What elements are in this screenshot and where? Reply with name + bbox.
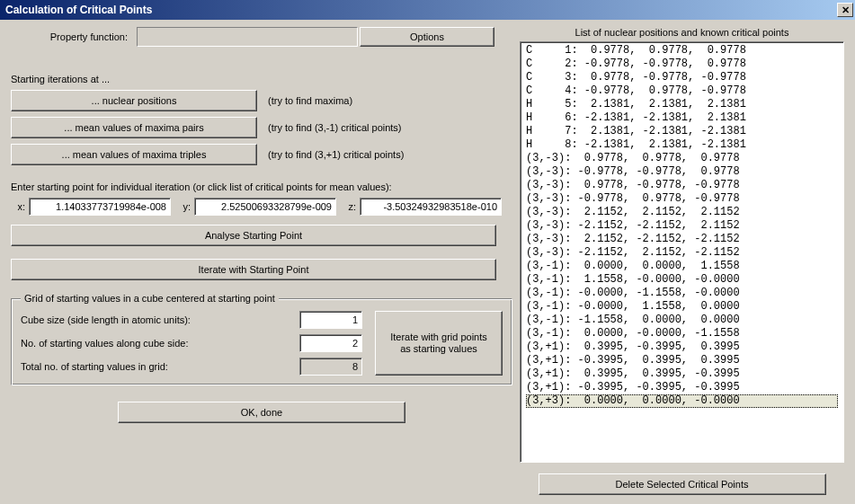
right-panel: List of nuclear positions and known crit… [520, 27, 844, 495]
z-input[interactable] [360, 198, 502, 216]
list-item[interactable]: (3,-1): -0.0000, 1.1558, 0.0000 [526, 300, 838, 314]
list-item[interactable]: (3,-3): -0.9778, 0.9778, -0.9778 [526, 192, 838, 206]
list-item[interactable]: (3,-1): 1.1558, -0.0000, -0.0000 [526, 273, 838, 287]
list-item[interactable]: C 1: 0.9778, 0.9778, 0.9778 [526, 44, 838, 57]
list-item[interactable]: (3,+3): 0.0000, 0.0000, -0.0000 [526, 394, 838, 408]
options-button[interactable]: Options [360, 27, 494, 47]
triples-hint: (try to find (3,+1) critical points) [268, 149, 404, 160]
list-item[interactable]: (3,+1): 0.3995, -0.3995, 0.3995 [526, 340, 838, 354]
starting-values-label: No. of starting values along cube side: [21, 338, 299, 349]
list-title: List of nuclear positions and known crit… [520, 27, 844, 38]
titlebar: Calculation of Critical Points ✕ [0, 0, 855, 20]
starting-values-input[interactable] [299, 334, 362, 352]
list-item[interactable]: (3,-1): 0.0000, 0.0000, 1.1558 [526, 260, 838, 273]
total-values-label: Total no. of starting values in grid: [21, 361, 299, 372]
y-label: y: [171, 201, 194, 212]
left-panel: Property function: Options Starting iter… [11, 27, 520, 495]
grid-groupbox: Grid of starting values in a cube center… [11, 293, 512, 385]
close-icon[interactable]: ✕ [837, 3, 853, 17]
x-input[interactable] [29, 198, 171, 216]
list-item[interactable]: H 8: -2.1381, 2.1381, -2.1381 [526, 138, 838, 152]
critical-points-list[interactable]: C 1: 0.9778, 0.9778, 0.9778C 2: -0.9778,… [520, 41, 844, 463]
cube-size-input[interactable] [299, 311, 362, 329]
list-item[interactable]: C 4: -0.9778, 0.9778, -0.9778 [526, 84, 838, 98]
list-item[interactable]: (3,-3): 0.9778, -0.9778, -0.9778 [526, 179, 838, 192]
starting-iterations-label: Starting iterations at ... [11, 74, 512, 84]
individual-start-label: Enter starting point for individual iter… [11, 181, 512, 192]
list-item[interactable]: (3,-1): -0.0000, -1.1558, -0.0000 [526, 287, 838, 300]
list-item[interactable]: (3,-3): -2.1152, 2.1152, -2.1152 [526, 246, 838, 260]
list-item[interactable]: (3,+1): -0.3995, -0.3995, -0.3995 [526, 381, 838, 394]
list-item[interactable]: (3,-3): -2.1152, -2.1152, 2.1152 [526, 219, 838, 233]
delete-selected-button[interactable]: Delete Selected Critical Points [539, 473, 826, 495]
z-label: z: [336, 201, 360, 212]
nuclear-positions-button[interactable]: ... nuclear positions [11, 90, 257, 111]
iterate-grid-button[interactable]: Iterate with grid points as starting val… [375, 311, 503, 376]
cube-size-label: Cube size (side length in atomic units): [21, 314, 299, 325]
list-item[interactable]: (3,+1): 0.3995, 0.3995, -0.3995 [526, 367, 838, 381]
iterate-button[interactable]: Iterate with Starting Point [11, 259, 496, 280]
maxima-pairs-button[interactable]: ... mean values of maxima pairs [11, 117, 257, 138]
list-item[interactable]: (3,-3): 0.9778, 0.9778, 0.9778 [526, 152, 838, 165]
list-item[interactable]: (3,-3): -0.9778, -0.9778, 0.9778 [526, 165, 838, 179]
list-item[interactable]: H 7: 2.1381, -2.1381, -2.1381 [526, 125, 838, 138]
list-item[interactable]: (3,-1): -1.1558, 0.0000, 0.0000 [526, 314, 838, 327]
pairs-hint: (try to find (3,-1) critical points) [268, 122, 402, 133]
nuclear-hint: (try to find maxima) [268, 95, 352, 106]
list-item[interactable]: (3,-1): 0.0000, -0.0000, -1.1558 [526, 327, 838, 340]
list-item[interactable]: (3,+1): -0.3995, 0.3995, 0.3995 [526, 354, 838, 367]
window-title: Calculation of Critical Points [5, 4, 152, 16]
property-function-field[interactable] [137, 27, 358, 47]
x-label: x: [11, 201, 29, 212]
ok-button[interactable]: OK, done [118, 402, 405, 423]
list-item[interactable]: C 3: 0.9778, -0.9778, -0.9778 [526, 71, 838, 84]
analyse-button[interactable]: Analyse Starting Point [11, 225, 496, 246]
list-item[interactable]: H 6: -2.1381, -2.1381, 2.1381 [526, 111, 838, 125]
list-item[interactable]: C 2: -0.9778, -0.9778, 0.9778 [526, 57, 838, 71]
dialog-body: Property function: Options Starting iter… [0, 20, 855, 504]
maxima-triples-button[interactable]: ... mean values of maxima triples [11, 144, 257, 165]
grid-legend: Grid of starting values in a cube center… [21, 293, 279, 304]
list-item[interactable]: H 5: 2.1381, 2.1381, 2.1381 [526, 98, 838, 111]
list-item[interactable]: (3,-3): 2.1152, 2.1152, 2.1152 [526, 206, 838, 219]
total-values-display: 8 [299, 358, 362, 376]
list-item[interactable]: (3,-3): 2.1152, -2.1152, -2.1152 [526, 233, 838, 246]
y-input[interactable] [194, 198, 336, 216]
property-function-label: Property function: [11, 31, 137, 42]
